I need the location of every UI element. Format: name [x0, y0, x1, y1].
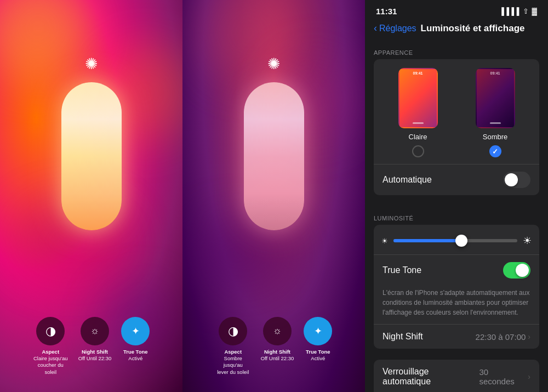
status-icons: ▐▐▐▐ ⇧ ▓ — [499, 7, 537, 15]
sun-icon: ✺ — [267, 55, 280, 73]
claire-label: Claire — [409, 133, 427, 141]
appearance-options: 09:41 Claire 09:41 Sombre — [374, 59, 539, 164]
night-shift-button[interactable]: ☼ Night ShiftOff Until 22:30 — [261, 317, 294, 376]
claire-preview: 09:41 — [398, 68, 438, 128]
settings-content: APPARENCE 09:41 Claire 09:41 — [365, 41, 548, 392]
luminosity-card: ☀ ☀ True Tone L'écran de l'iPhone s'adap… — [374, 225, 539, 349]
bottom-controls: ◑ AspectSombre jusqu'aulever du soleil ☼… — [182, 317, 365, 376]
aspect-icon: ◑ — [45, 324, 56, 338]
brightness-area: ☀ ☀ — [374, 225, 539, 254]
phone-panel-light: ✺ ◑ AspectClaire jusqu'au coucher du sol… — [0, 0, 182, 392]
auto-lock-row[interactable]: Verrouillage automatique 30 secondes › — [374, 360, 539, 392]
bottom-controls: ◑ AspectClaire jusqu'au coucher du solei… — [0, 317, 182, 376]
chevron-right-icon: › — [528, 332, 530, 341]
truetone-icon-circle: ✦ — [304, 317, 332, 345]
night-shift-row[interactable]: Night Shift 22:30 à 07:00 › — [374, 324, 539, 349]
true-tone-row: True Tone — [374, 254, 539, 286]
nightshift-icon-circle: ☼ — [81, 317, 109, 345]
page-title: Luminosité et affichage — [421, 23, 525, 34]
brightness-slider[interactable] — [244, 82, 304, 230]
back-chevron-icon: ‹ — [374, 22, 377, 34]
aspect-icon-circle: ◑ — [36, 317, 65, 345]
battery-icon: ▓ — [532, 7, 537, 15]
aspect-label: AspectClaire jusqu'au coucher du soleil — [33, 349, 68, 376]
back-label: Réglages — [379, 24, 416, 33]
appearance-card: 09:41 Claire 09:41 Sombre — [374, 59, 539, 195]
truetone-label: True ToneActivé — [123, 349, 148, 362]
claire-option[interactable]: 09:41 Claire — [398, 68, 438, 157]
aspect-label: AspectSombre jusqu'aulever du soleil — [215, 349, 251, 376]
wifi-icon: ⇧ — [523, 7, 529, 15]
toggle-knob — [516, 264, 529, 277]
truetone-label: True ToneActivé — [306, 349, 330, 362]
brightness-max-icon: ☀ — [523, 235, 532, 247]
brightness-min-icon: ☀ — [381, 237, 388, 245]
true-tone-label: True Tone — [383, 265, 421, 275]
true-tone-description: L'écran de l'iPhone s'adapte automatique… — [374, 286, 539, 324]
sombre-option[interactable]: 09:41 Sombre ✓ — [476, 68, 515, 157]
toggle-knob — [505, 173, 518, 186]
settings-panel: 11:31 ▐▐▐▐ ⇧ ▓ ‹ Réglages Luminosité et … — [365, 0, 548, 392]
aspect-icon-circle: ◑ — [219, 317, 247, 345]
truetone-icon-circle: ✦ — [121, 317, 150, 345]
truetone-icon: ✦ — [314, 325, 322, 337]
nightshift-label: Night ShiftOff Until 22:30 — [261, 349, 294, 362]
night-shift-button[interactable]: ☼ Night ShiftOff Until 22:30 — [78, 317, 112, 376]
nightshift-icon-circle: ☼ — [263, 317, 292, 345]
brightness-slider[interactable] — [61, 82, 122, 230]
night-shift-label: Night Shift — [383, 332, 423, 342]
aspect-button[interactable]: ◑ AspectClaire jusqu'au coucher du solei… — [33, 317, 68, 376]
true-tone-toggle[interactable] — [503, 262, 530, 279]
sun-icon: ✺ — [85, 55, 98, 73]
aspect-icon: ◑ — [228, 324, 238, 338]
brightness-row: ☀ ☀ — [374, 230, 539, 251]
auto-lock-value: 30 secondes › — [480, 367, 530, 386]
sombre-label: Sombre — [483, 133, 508, 141]
true-tone-button-1[interactable]: ✦ True ToneActivé — [121, 317, 150, 376]
true-tone-button-2[interactable]: ✦ True ToneActivé — [304, 317, 332, 376]
automatique-row: Automatique — [374, 164, 539, 195]
brightness-thumb — [455, 235, 467, 247]
nightshift-icon: ☼ — [90, 325, 100, 337]
nav-bar: ‹ Réglages Luminosité et affichage — [365, 20, 548, 41]
sombre-radio[interactable]: ✓ — [489, 145, 501, 157]
claire-radio[interactable] — [412, 145, 424, 157]
status-bar: 11:31 ▐▐▐▐ ⇧ ▓ — [365, 0, 548, 20]
phone-panel-dark: ✺ ◑ AspectSombre jusqu'aulever du soleil… — [182, 0, 365, 392]
luminosity-header: LUMINOSITÉ — [365, 206, 548, 225]
brightness-track[interactable] — [393, 239, 517, 242]
automatique-toggle[interactable] — [503, 172, 530, 188]
truetone-icon: ✦ — [132, 325, 140, 337]
sombre-preview: 09:41 — [476, 68, 515, 128]
nightshift-icon: ☼ — [273, 325, 282, 337]
appearance-header: APPARENCE — [365, 41, 548, 59]
check-icon: ✓ — [492, 147, 498, 156]
aspect-button[interactable]: ◑ AspectSombre jusqu'aulever du soleil — [215, 317, 251, 376]
back-button[interactable]: ‹ Réglages — [374, 22, 416, 34]
appearance-section: APPARENCE 09:41 Claire 09:41 — [365, 41, 548, 195]
night-shift-value: 22:30 à 07:00 › — [476, 332, 530, 342]
luminosity-section: LUMINOSITÉ ☀ ☀ True Tone — [365, 206, 548, 349]
other-settings-card: Verrouillage automatique 30 secondes › L… — [374, 360, 539, 392]
automatique-label: Automatique — [383, 175, 432, 185]
chevron-right-icon: › — [528, 372, 530, 381]
auto-lock-label: Verrouillage automatique — [383, 367, 480, 387]
brightness-fill — [393, 239, 461, 242]
signal-icon: ▐▐▐▐ — [499, 7, 520, 15]
nightshift-label: Night ShiftOff Until 22:30 — [78, 349, 112, 362]
status-time: 11:31 — [376, 7, 397, 16]
